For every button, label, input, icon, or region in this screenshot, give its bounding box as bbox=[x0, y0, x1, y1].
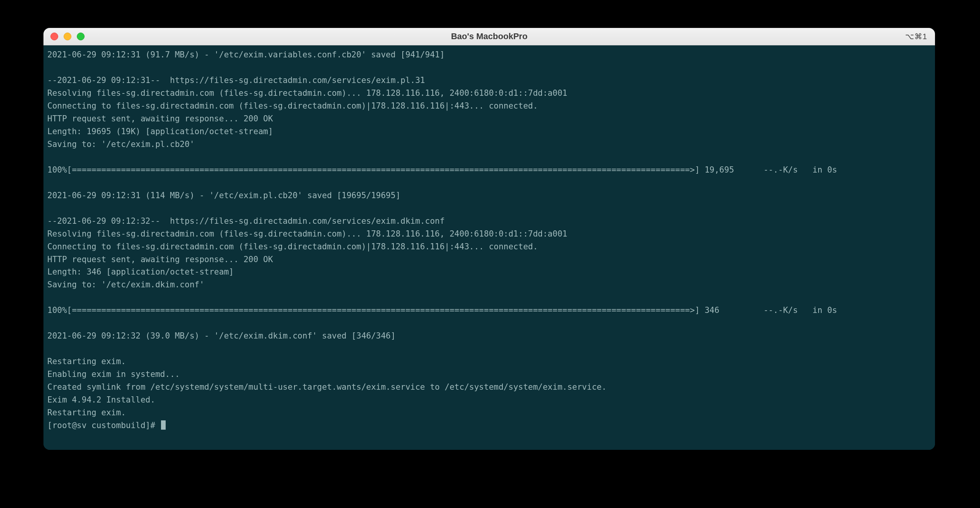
terminal-window: Bao's MacbookPro ⌥⌘1 2021-06-29 09:12:31… bbox=[43, 28, 935, 450]
window-title: Bao's MacbookPro bbox=[43, 31, 935, 41]
terminal-body[interactable]: 2021-06-29 09:12:31 (91.7 MB/s) - '/etc/… bbox=[43, 45, 935, 450]
cursor-icon bbox=[161, 420, 166, 430]
maximize-icon[interactable] bbox=[77, 33, 85, 40]
traffic-lights bbox=[50, 33, 85, 40]
close-icon[interactable] bbox=[50, 33, 58, 40]
terminal-output: 2021-06-29 09:12:31 (91.7 MB/s) - '/etc/… bbox=[47, 48, 931, 432]
titlebar: Bao's MacbookPro ⌥⌘1 bbox=[43, 28, 935, 45]
shortcut-label: ⌥⌘1 bbox=[905, 32, 927, 41]
minimize-icon[interactable] bbox=[64, 33, 71, 40]
